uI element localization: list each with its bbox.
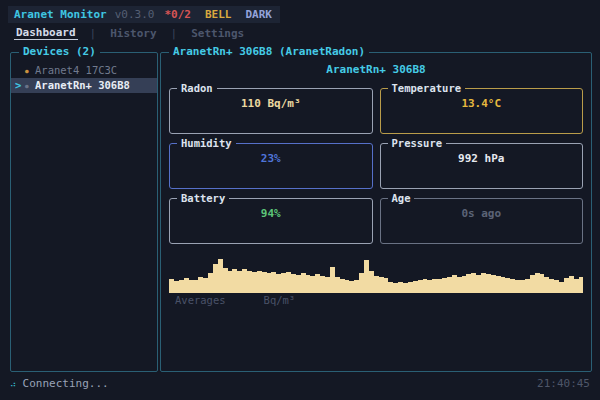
tab-bar: Dashboard | History | Settings [14, 26, 246, 40]
battery-card-label: Battery [177, 192, 229, 204]
radon-averages-sparkline [169, 257, 583, 293]
metric-cards: Radon 110 Bq/m³ Temperature 13.4°C Humid… [169, 88, 583, 244]
pressure-value: 992 hPa [381, 152, 583, 165]
devices-panel-title: Devices (2) [19, 45, 100, 58]
tab-separator: | [90, 27, 97, 40]
pressure-card: Pressure 992 hPa [380, 143, 584, 189]
app-title: Aranet Monitor [14, 8, 107, 21]
chart-footer-label: Averages [175, 294, 226, 306]
device-item-aranet4[interactable]: ● Aranet4 17C3C [11, 63, 157, 78]
device-detail-panel: AranetRn+ 306B8 (AranetRadon) AranetRn+ … [160, 52, 592, 372]
device-detail-title: AranetRn+ 306B8 (AranetRadon) [169, 45, 369, 58]
app-version: v0.3.0 [115, 8, 155, 21]
temperature-value: 13.4°C [381, 97, 583, 110]
battery-value: 94% [170, 207, 372, 220]
age-card-label: Age [388, 192, 415, 204]
radon-card: Radon 110 Bq/m³ [169, 88, 373, 134]
device-list: ● Aranet4 17C3C > ● AranetRn+ 306B8 [11, 63, 157, 93]
theme-toggle[interactable]: DARK [245, 8, 272, 21]
connection-status: Connecting... [23, 377, 109, 390]
tab-history[interactable]: History [108, 27, 158, 40]
temperature-card: Temperature 13.4°C [380, 88, 584, 134]
radon-card-label: Radon [177, 82, 217, 94]
radon-value: 110 Bq/m³ [170, 97, 372, 110]
tab-settings[interactable]: Settings [189, 27, 246, 40]
device-name: AranetRn+ 306B8 [35, 79, 130, 92]
device-name: Aranet4 17C3C [35, 64, 117, 77]
battery-card: Battery 94% [169, 198, 373, 244]
chart-footer-unit: Bq/m³ [264, 294, 296, 306]
chart-footer: Averages Bq/m³ [169, 294, 583, 306]
device-status-icon: ● [25, 79, 35, 92]
spinner-icon: ⠴ [10, 379, 17, 389]
status-bar: ⠴ Connecting... 21:40:45 [10, 377, 590, 390]
temperature-card-label: Temperature [388, 82, 466, 94]
device-selection-marker: > [15, 79, 25, 92]
device-status-icon: ● [25, 64, 35, 77]
device-selection-marker [15, 64, 25, 77]
humidity-card: Humidity 23% [169, 143, 373, 189]
humidity-value: 23% [170, 152, 372, 165]
device-subtitle: AranetRn+ 306B8 [169, 63, 583, 76]
devices-panel: Devices (2) ● Aranet4 17C3C > ● AranetRn… [10, 52, 158, 372]
clock: 21:40:45 [537, 377, 590, 390]
bell-toggle[interactable]: BELL [205, 8, 232, 21]
age-card: Age 0s ago [380, 198, 584, 244]
tab-separator: | [171, 27, 178, 40]
aranet-monitor-app: Aranet Monitor v0.3.0 *0/2 BELL DARK Das… [0, 0, 600, 400]
device-detail-body: AranetRn+ 306B8 Radon 110 Bq/m³ Temperat… [161, 53, 591, 306]
app-header: Aranet Monitor v0.3.0 *0/2 BELL DARK [8, 6, 280, 23]
humidity-card-label: Humidity [177, 137, 236, 149]
age-value: 0s ago [381, 207, 583, 220]
device-connection-counter: *0/2 [164, 8, 191, 21]
device-item-aranetrn[interactable]: > ● AranetRn+ 306B8 [11, 78, 157, 93]
tab-dashboard[interactable]: Dashboard [14, 26, 78, 40]
chart-bar [579, 277, 584, 293]
pressure-card-label: Pressure [388, 137, 447, 149]
